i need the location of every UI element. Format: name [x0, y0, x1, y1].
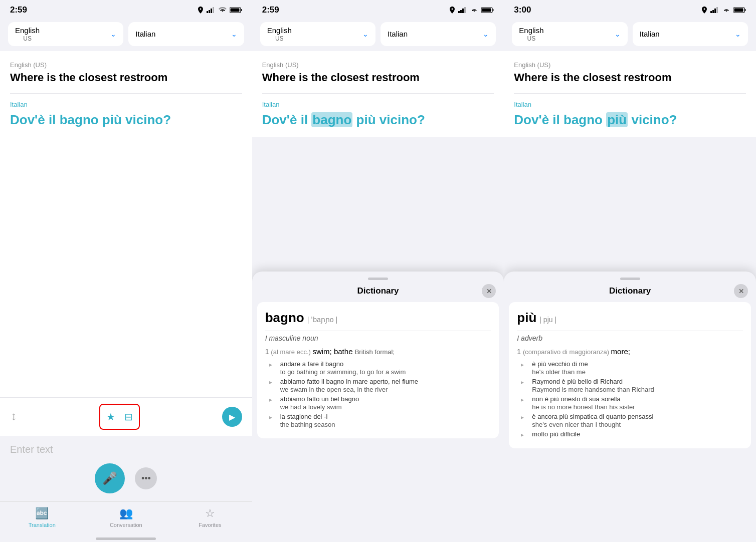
- dict-ex-it-1-2: andare a fare il bagno: [280, 360, 406, 368]
- bullet-5-3: ▸: [521, 431, 524, 438]
- play-btn-1[interactable]: ▶: [222, 407, 242, 427]
- home-indicator-1: [0, 532, 252, 542]
- favorite-btn-1[interactable]: ★: [102, 407, 119, 427]
- svg-rect-12: [482, 9, 491, 12]
- lang-btn-italian-2[interactable]: Italian ⌄: [381, 22, 496, 46]
- dict-close-btn-2[interactable]: ✕: [482, 284, 496, 298]
- nav-favorites-1[interactable]: ☆ Favorites: [168, 507, 252, 528]
- divider-2: [262, 93, 494, 94]
- svg-rect-5: [230, 9, 239, 12]
- signal-icon: [207, 7, 216, 13]
- dict-def-1-2: 1 (al mare ecc.) swim; bathe British for…: [265, 344, 491, 358]
- dict-ex-en-3-2: we had a lovely swim: [280, 403, 359, 411]
- dict-def-note-2: British formal;: [355, 348, 395, 356]
- lang-name-italian-2: Italian: [388, 30, 408, 39]
- chevron-down-icon-1b: ⌄: [231, 30, 237, 38]
- favorites-icon-1: ☆: [205, 507, 215, 520]
- toolbar-1: ⤡ ★ ⊟ ▶: [0, 397, 252, 436]
- chevron-down-icon-2: ⌄: [362, 30, 368, 38]
- battery-icon: [230, 7, 242, 13]
- dict-ex-en-1-2: to go bathing or swimming, to go for a s…: [280, 368, 406, 376]
- nav-label-translation-1: Translation: [29, 522, 56, 528]
- dict-close-btn-3[interactable]: ✕: [734, 284, 748, 298]
- bullet-1-2: ▸: [269, 361, 272, 368]
- dict-ex-5-3: ▸ molto più difficile: [521, 430, 743, 438]
- dict-word-2: bagno: [265, 310, 304, 326]
- language-bar-3: English US ⌄ Italian ⌄: [504, 18, 756, 51]
- lang-btn-english-3[interactable]: English US ⌄: [512, 22, 627, 46]
- dict-ex-1-2: ▸ andare a fare il bagno to go bathing o…: [269, 360, 491, 376]
- lang-name-italian-1: Italian: [135, 30, 155, 39]
- nav-translation-1[interactable]: 🔤 Translation: [0, 507, 84, 528]
- status-bar-3: 3:00: [504, 0, 756, 18]
- bullet-4-3: ▸: [521, 414, 524, 421]
- dict-content-2: bagno | ˈbaɲɲo | I masculine noun 1 (al …: [257, 302, 499, 438]
- dict-ex-3-2: ▸ abbiamo fatto un bel bagno we had a lo…: [269, 395, 491, 411]
- input-controls-1: 🎤 •••: [10, 463, 242, 493]
- mic-btn-1[interactable]: 🎤: [95, 463, 125, 493]
- lang-name-english-2: English: [267, 26, 292, 35]
- dict-ex-it-3-3: non è più onesto di sua sorella: [532, 395, 635, 403]
- nav-label-conversation-1: Conversation: [110, 522, 142, 528]
- highlighted-bagno[interactable]: bagno: [311, 112, 352, 127]
- translated-text-2: Dov'è il bagno più vicino?: [262, 111, 494, 129]
- source-lang-label-1: English (US): [10, 61, 242, 69]
- dict-ex-4-2: ▸ la stagione dei -i the bathing season: [269, 413, 491, 428]
- svg-rect-2: [211, 9, 212, 13]
- dict-def-main-3: more;: [611, 347, 630, 356]
- phone-screen-1: 2:59 English US ⌄ Italian ⌄ English (US)…: [0, 0, 252, 542]
- lang-btn-italian-3[interactable]: Italian ⌄: [633, 22, 748, 46]
- source-text-1: Where is the closest restroom: [10, 71, 242, 85]
- source-lang-label-3: English (US): [514, 61, 746, 69]
- translation-area-1: English (US) Where is the closest restro…: [0, 51, 252, 397]
- dict-pos-3: I adverb: [517, 331, 743, 344]
- language-bar-2: English US ⌄ Italian ⌄: [252, 18, 504, 51]
- dictionary-sheet-2: Dictionary ✕ bagno | ˈbaɲɲo | I masculin…: [252, 272, 504, 542]
- dict-phonetic-3: | pju |: [539, 316, 556, 324]
- dict-ex-it-4-3: è ancora più simpatica di quanto pensass…: [532, 413, 653, 420]
- wifi-icon-2: [470, 7, 478, 13]
- dict-handle-2: [368, 278, 388, 280]
- dict-ex-it-4-2: la stagione dei -i: [280, 413, 335, 420]
- phone-screen-2: 2:59 English US ⌄ Italian ⌄ English (US)…: [252, 0, 504, 542]
- svg-rect-16: [714, 9, 716, 13]
- bullet-2-3: ▸: [521, 379, 524, 386]
- lang-name-english-1: English: [15, 26, 40, 35]
- dict-header-3: Dictionary ✕: [504, 286, 756, 302]
- svg-rect-9: [462, 9, 464, 13]
- svg-rect-8: [460, 10, 462, 13]
- lang-sub-english-3: US: [519, 35, 543, 42]
- nav-label-favorites-1: Favorites: [199, 522, 221, 528]
- lang-btn-english-2[interactable]: English US ⌄: [260, 22, 375, 46]
- dict-word-line-2: bagno | ˈbaɲɲo |: [265, 310, 491, 326]
- dict-word-3: più: [517, 310, 536, 326]
- lang-btn-italian-1[interactable]: Italian ⌄: [128, 22, 244, 46]
- translation-icon-1: 🔤: [35, 507, 49, 520]
- svg-rect-20: [745, 9, 746, 11]
- dict-pos-2: I masculine noun: [265, 331, 491, 344]
- nav-conversation-1[interactable]: 👥 Conversation: [84, 507, 168, 528]
- svg-rect-6: [241, 9, 242, 11]
- status-time-2: 2:59: [262, 5, 279, 15]
- dict-ex-it-2-2: abbiamo fatto il bagno in mare aperto, n…: [280, 378, 418, 385]
- lang-name-english-3: English: [519, 26, 543, 35]
- expand-icon-1: ⤡: [7, 410, 20, 423]
- dictionary-sheet-3: Dictionary ✕ più | pju | I adverb 1 (com…: [504, 272, 756, 542]
- dict-content-3: più | pju | I adverb 1 (comparativo di m…: [509, 302, 751, 448]
- highlighted-piu[interactable]: più: [606, 112, 628, 127]
- status-icons-2: [449, 7, 494, 14]
- dict-ex-it-2-3: Raymond è più bello di Richard: [532, 378, 654, 385]
- dict-num-2: 1: [265, 348, 271, 356]
- lang-btn-english-1[interactable]: English US ⌄: [8, 22, 123, 46]
- location-icon-3: [701, 7, 707, 14]
- wifi-icon: [219, 7, 227, 13]
- lang-name-italian-3: Italian: [640, 30, 660, 39]
- more-btn-1[interactable]: •••: [135, 467, 157, 489]
- dict-ex-en-2-3: Raymond is more handsome than Richard: [532, 386, 654, 393]
- dict-ex-2-2: ▸ abbiamo fatto il bagno in mare aperto,…: [269, 378, 491, 393]
- lang-sub-english-1: US: [15, 35, 40, 42]
- status-time-1: 2:59: [10, 5, 27, 15]
- lang-sub-english-2: US: [267, 35, 292, 42]
- enter-text-placeholder-1: Enter text: [10, 444, 242, 455]
- phrasebook-btn-1[interactable]: ⊟: [120, 407, 137, 427]
